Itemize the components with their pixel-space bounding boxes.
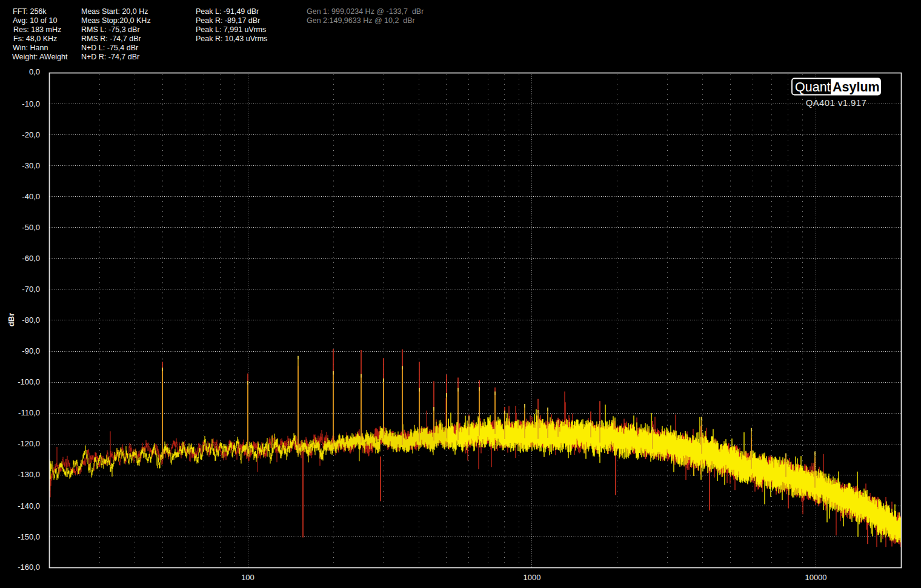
svg-text:-130,0: -130,0 bbox=[18, 470, 40, 479]
svg-text:0,0: 0,0 bbox=[29, 67, 40, 76]
svg-text:-100,0: -100,0 bbox=[18, 377, 40, 386]
svg-text:-20,0: -20,0 bbox=[22, 130, 40, 139]
svg-text:Peak R: 10,43 uVrms: Peak R: 10,43 uVrms bbox=[196, 35, 267, 43]
svg-text:FFT: 256k: FFT: 256k bbox=[13, 7, 47, 16]
svg-text:1000: 1000 bbox=[524, 573, 541, 582]
svg-text:Peak L: -91,49 dBr: Peak L: -91,49 dBr bbox=[196, 7, 259, 16]
svg-text:-120,0: -120,0 bbox=[18, 439, 40, 448]
svg-text:Weight: AWeight: Weight: AWeight bbox=[12, 53, 68, 61]
svg-text:Fs: 48,0 KHz: Fs: 48,0 KHz bbox=[13, 35, 57, 43]
svg-text:10000: 10000 bbox=[805, 573, 826, 582]
svg-text:Res: 183 mHz: Res: 183 mHz bbox=[13, 25, 61, 34]
svg-text:Gen 1: 999,0234 Hz @ -133,7 d: Gen 1: 999,0234 Hz @ -133,7 dBr bbox=[307, 7, 424, 16]
svg-text:RMS R: -74,7 dBr: RMS R: -74,7 dBr bbox=[81, 35, 141, 43]
svg-text:-150,0: -150,0 bbox=[18, 532, 40, 541]
svg-text:-40,0: -40,0 bbox=[22, 192, 40, 201]
svg-text:N+D R: -74,7 dBr: N+D R: -74,7 dBr bbox=[81, 53, 139, 61]
svg-text:-30,0: -30,0 bbox=[22, 161, 40, 170]
svg-text:-50,0: -50,0 bbox=[22, 223, 40, 232]
svg-text:-80,0: -80,0 bbox=[22, 315, 40, 325]
svg-text:Asylum: Asylum bbox=[833, 80, 880, 94]
svg-text:RMS L: -75,3 dBr: RMS L: -75,3 dBr bbox=[81, 25, 140, 34]
svg-text:dBr: dBr bbox=[7, 313, 16, 326]
svg-text:Meas Stop:20,0 KHz: Meas Stop:20,0 KHz bbox=[81, 16, 151, 25]
svg-text:-160,0: -160,0 bbox=[18, 563, 40, 572]
svg-text:N+D L: -75,4 dBr: N+D L: -75,4 dBr bbox=[81, 44, 138, 52]
svg-text:Meas Start: 20,0 Hz: Meas Start: 20,0 Hz bbox=[81, 7, 148, 16]
svg-text:Peak L: 7,991 uVrms: Peak L: 7,991 uVrms bbox=[196, 25, 266, 34]
svg-text:Gen 2:149,9633 Hz @ 10,2 dBr: Gen 2:149,9633 Hz @ 10,2 dBr bbox=[307, 16, 415, 25]
svg-text:Avg: 10 of 10: Avg: 10 of 10 bbox=[13, 16, 57, 25]
svg-text:-70,0: -70,0 bbox=[22, 285, 40, 294]
svg-text:QA401 v1.917: QA401 v1.917 bbox=[806, 97, 867, 108]
svg-text:100: 100 bbox=[241, 573, 254, 582]
svg-text:-110,0: -110,0 bbox=[18, 408, 40, 417]
svg-text:Quant: Quant bbox=[795, 80, 831, 94]
svg-text:-90,0: -90,0 bbox=[22, 346, 40, 355]
svg-text:-140,0: -140,0 bbox=[18, 501, 40, 510]
svg-text:-10,0: -10,0 bbox=[22, 99, 40, 108]
svg-text:Peak R: -89,17 dBr: Peak R: -89,17 dBr bbox=[196, 16, 260, 25]
svg-text:-60,0: -60,0 bbox=[22, 254, 40, 263]
svg-text:Win: Hann: Win: Hann bbox=[13, 44, 48, 52]
